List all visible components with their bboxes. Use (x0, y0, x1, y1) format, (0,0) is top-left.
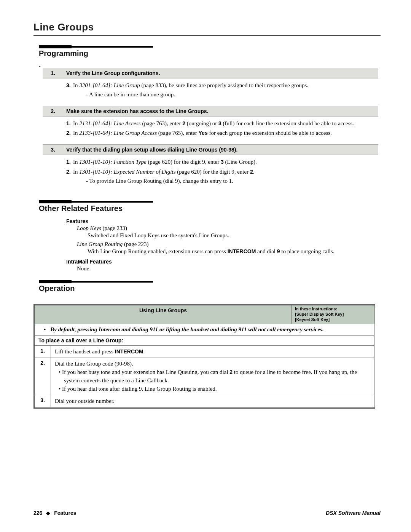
footer-section: Features (54, 510, 76, 516)
prog-step-heading: Make sure the extension has access to th… (63, 106, 378, 116)
other-heading: Other Related Features (39, 204, 381, 213)
section-operation: Operation (39, 281, 381, 293)
prog-step-body: 1.In 1301-[01-10]: Function Type (page 6… (63, 155, 378, 192)
op-step-num: 2. (34, 358, 51, 395)
operation-table: Using Line Groups In these instructions:… (33, 304, 375, 409)
section-other: Other Related Features (39, 201, 381, 213)
feature-item-body: Switched and Fixed Loop Keys use the sys… (88, 232, 381, 240)
manual-name: DSX Software Manual (326, 510, 381, 516)
op-step-body: Dial the Line Group code (90-98). • If y… (51, 358, 375, 395)
op-step-num: 3. (34, 395, 51, 408)
op-warning: By default, pressing Intercom and dialin… (34, 324, 375, 335)
op-step-body: Dial your outside number. (51, 395, 375, 408)
features-label: Features (66, 218, 381, 224)
prog-step-body: 3.In 3201-[01-64]: Line Group (page 833)… (63, 78, 378, 106)
prog-step-num: 2. (43, 106, 63, 116)
features-block: Features Loop Keys (page 233) Switched a… (66, 218, 381, 272)
op-step-body: Lift the handset and press INTERCOM. (51, 345, 375, 358)
intramail-value: None (77, 265, 381, 272)
prog-step-heading: Verify the Line Group configurations. (63, 68, 378, 78)
feature-item-body: With Line Group Routing enabled, extensi… (88, 248, 381, 256)
prog-step-num: 1. (43, 68, 63, 78)
intramail-label: IntraMail Features (66, 259, 381, 265)
page-footer: 226 ◆ Features DSX Software Manual (33, 510, 381, 516)
programming-table: 1. Verify the Line Group configurations.… (43, 68, 378, 192)
page-number: 226 (33, 510, 42, 516)
prog-step-num: 3. (43, 145, 63, 155)
prog-step-heading: Verify that the dialing plan setup allow… (63, 145, 378, 155)
feature-item-title: Loop Keys (page 233) (77, 225, 381, 232)
prog-step-body: 1.In 2131-[01-64]: Line Access (page 763… (63, 116, 378, 145)
op-sub-heading: To place a call over a Line Group: (34, 335, 375, 345)
feature-item-title: Line Group Routing (page 223) (77, 241, 381, 248)
diamond-icon: ◆ (46, 510, 50, 516)
title-rule (33, 35, 381, 36)
operation-heading: Operation (39, 284, 381, 293)
op-step-num: 1. (34, 345, 51, 358)
op-header-note: In these instructions: [Super Display So… (292, 305, 375, 324)
programming-heading: Programming (39, 49, 381, 58)
op-header-title: Using Line Groups (34, 305, 292, 324)
section-programming: Programming (39, 46, 381, 58)
page-title: Line Groups (33, 21, 381, 33)
